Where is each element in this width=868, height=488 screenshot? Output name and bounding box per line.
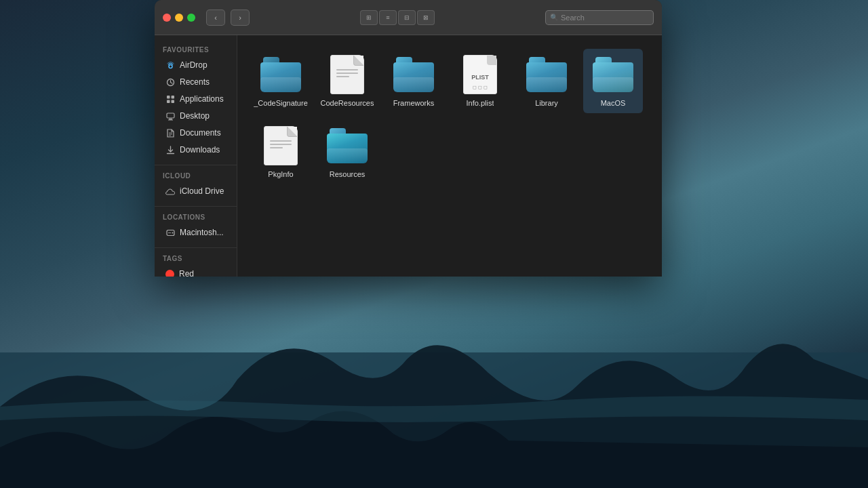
file-item-macos[interactable]: MacOS [583, 49, 643, 113]
sidebar-item-documents[interactable]: Documents [157, 125, 234, 141]
close-button[interactable] [163, 14, 171, 22]
code-signature-label: _CodeSignature [254, 99, 308, 108]
sidebar-item-desktop[interactable]: Desktop [157, 108, 234, 124]
search-box[interactable]: 🔍 Search [545, 10, 654, 25]
icloud-heading: iCloud [155, 169, 237, 182]
file-item-info-plist[interactable]: PLIST ◻ ◻ ◻ Info.plist [450, 49, 510, 113]
sidebar-item-icloud-drive[interactable]: iCloud Drive [157, 183, 234, 199]
icloud-drive-label: iCloud Drive [180, 186, 224, 196]
desktop-label: Desktop [180, 111, 210, 121]
macos-icon [593, 54, 633, 95]
divider-1 [155, 165, 237, 165]
favourites-heading: Favourites [155, 43, 237, 56]
sidebar: Favourites AirDrop [155, 35, 237, 277]
library-label: Library [535, 99, 558, 108]
file-item-pkg-info[interactable]: PkgInfo [251, 120, 311, 184]
file-item-code-resources[interactable]: CodeResources [317, 49, 377, 113]
sidebar-section-tags: Tags Red Orange Yellow [155, 252, 237, 277]
icloud-drive-icon [165, 186, 175, 196]
traffic-lights [163, 14, 195, 22]
code-resources-icon [327, 54, 368, 95]
resources-icon [327, 125, 368, 166]
back-button[interactable]: ‹ [206, 9, 225, 26]
pkg-info-label: PkgInfo [268, 170, 293, 179]
macintosh-hd-label: Macintosh... [180, 228, 224, 237]
search-icon: 🔍 [550, 14, 558, 21]
file-item-library[interactable]: Library [517, 49, 576, 113]
sidebar-item-applications[interactable]: Applications [157, 91, 234, 107]
list-view-button[interactable]: ≡ [379, 10, 397, 25]
code-signature-icon [260, 54, 301, 95]
library-icon [526, 54, 567, 95]
red-tag-label: Red [179, 269, 194, 277]
frameworks-icon [393, 54, 434, 95]
applications-label: Applications [180, 94, 224, 104]
svg-point-15 [172, 232, 173, 233]
applications-icon [165, 94, 175, 104]
info-plist-icon: PLIST ◻ ◻ ◻ [460, 54, 500, 95]
file-item-resources[interactable]: Resources [317, 120, 377, 184]
finder-window: ‹ › ⊞ ≡ ⊟ ⊠ 🔍 Search Favourites [155, 0, 662, 277]
airdrop-label: AirDrop [180, 60, 208, 70]
divider-2 [155, 206, 237, 207]
pkg-info-icon [260, 125, 301, 166]
documents-icon [165, 128, 175, 138]
sidebar-item-macintosh-hd[interactable]: Macintosh... [157, 224, 234, 241]
code-resources-label: CodeResources [321, 99, 374, 108]
locations-heading: Locations [155, 211, 237, 224]
svg-rect-9 [168, 119, 173, 120]
frameworks-label: Frameworks [393, 99, 435, 108]
file-item-code-signature[interactable]: _CodeSignature [251, 49, 311, 113]
svg-rect-8 [169, 119, 172, 120]
forward-button[interactable]: › [231, 9, 250, 26]
icon-view-button[interactable]: ⊞ [360, 10, 378, 25]
sidebar-section-favourites: Favourites AirDrop [155, 43, 237, 158]
file-area: _CodeSignature CodeResources [237, 35, 662, 277]
downloads-icon [165, 145, 175, 155]
desktop-landscape [0, 271, 868, 488]
documents-label: Documents [180, 128, 221, 138]
desktop-icon [165, 111, 175, 121]
toolbar: ‹ › ⊞ ≡ ⊟ ⊠ 🔍 Search [155, 0, 662, 35]
sidebar-section-locations: Locations Macintosh... [155, 211, 237, 241]
hdd-icon [165, 228, 175, 237]
view-buttons: ⊞ ≡ ⊟ ⊠ [360, 10, 435, 25]
search-placeholder: Search [561, 14, 585, 22]
svg-rect-3 [167, 96, 170, 99]
sidebar-section-icloud: iCloud iCloud Drive [155, 169, 237, 199]
divider-3 [155, 247, 237, 248]
svg-rect-6 [171, 100, 174, 103]
sidebar-item-airdrop[interactable]: AirDrop [157, 57, 234, 73]
recents-icon [165, 77, 175, 87]
column-view-button[interactable]: ⊟ [398, 10, 416, 25]
tags-heading: Tags [155, 252, 237, 265]
sidebar-item-tag-red[interactable]: Red [157, 266, 234, 277]
file-item-frameworks[interactable]: Frameworks [384, 49, 443, 113]
downloads-label: Downloads [180, 145, 220, 155]
file-grid: _CodeSignature CodeResources [251, 49, 648, 184]
svg-rect-5 [167, 100, 170, 103]
info-plist-label: Info.plist [467, 99, 494, 108]
gallery-view-button[interactable]: ⊠ [417, 10, 435, 25]
red-tag-dot [165, 270, 174, 277]
recents-label: Recents [180, 77, 210, 87]
minimize-button[interactable] [175, 14, 183, 22]
main-content: Favourites AirDrop [155, 35, 662, 277]
svg-point-1 [169, 64, 172, 68]
airdrop-icon [165, 60, 175, 70]
maximize-button[interactable] [187, 14, 195, 22]
sidebar-item-downloads[interactable]: Downloads [157, 142, 234, 158]
svg-rect-4 [171, 96, 174, 99]
sidebar-item-recents[interactable]: Recents [157, 74, 234, 90]
macos-label: MacOS [601, 99, 626, 108]
resources-label: Resources [330, 170, 366, 179]
svg-rect-7 [167, 113, 174, 118]
